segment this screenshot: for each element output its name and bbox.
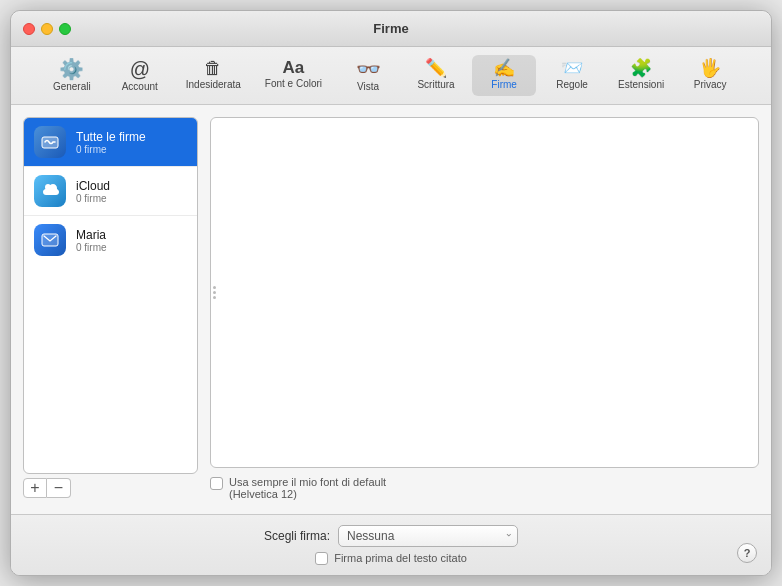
tab-privacy-label: Privacy xyxy=(694,79,727,90)
left-panel: Tutte le firme 0 firme iCloud 0 firme xyxy=(23,117,198,502)
resize-dot-3 xyxy=(213,296,216,299)
tab-font-colori-label: Font e Colori xyxy=(265,78,322,89)
use-default-font-row: Usa sempre il mio font di default (Helve… xyxy=(210,468,759,502)
tab-vista-label: Vista xyxy=(357,81,379,92)
tab-scrittura[interactable]: ✏️ Scrittura xyxy=(404,55,468,96)
at-icon: @ xyxy=(130,59,150,79)
use-default-font-label: Usa sempre il mio font di default xyxy=(229,476,386,488)
use-default-font-text: Usa sempre il mio font di default (Helve… xyxy=(229,476,386,500)
scegli-firma-select[interactable]: Nessuna xyxy=(338,525,518,547)
main-window: Firme ⚙️ Generali @ Account 🗑 Indesidera… xyxy=(10,10,772,576)
use-default-font-checkbox[interactable] xyxy=(210,477,223,490)
all-signatures-name: Tutte le firme xyxy=(76,130,146,144)
all-signatures-text: Tutte le firme 0 firme xyxy=(76,130,146,155)
account-item-all[interactable]: Tutte le firme 0 firme xyxy=(24,118,197,167)
title-bar: Firme xyxy=(11,11,771,47)
edit-icon: ✏️ xyxy=(425,59,447,77)
tab-regole[interactable]: 📨 Regole xyxy=(540,55,604,96)
signature-icon: ✍️ xyxy=(493,59,515,77)
all-signatures-count: 0 firme xyxy=(76,144,146,155)
all-signatures-icon xyxy=(34,126,66,158)
tab-scrittura-label: Scrittura xyxy=(417,79,454,90)
maria-icon xyxy=(34,224,66,256)
maria-text: Maria 0 firme xyxy=(76,228,107,253)
extensions-icon: 🧩 xyxy=(630,59,652,77)
resize-dot-2 xyxy=(213,291,216,294)
tab-indesiderata-label: Indesiderata xyxy=(186,79,241,90)
tab-estensioni[interactable]: 🧩 Estensioni xyxy=(608,55,674,96)
tab-regole-label: Regole xyxy=(556,79,588,90)
tab-account-label: Account xyxy=(122,81,158,92)
tab-firme-label: Firme xyxy=(491,79,517,90)
bottom-bar: Scegli firma: Nessuna Firma prima del te… xyxy=(11,514,771,575)
glasses-icon: 👓 xyxy=(356,59,381,79)
use-default-font-sub: (Helvetica 12) xyxy=(229,488,386,500)
font-icon: Aa xyxy=(283,59,305,76)
scegli-row: Scegli firma: Nessuna xyxy=(264,525,518,547)
list-controls: + − xyxy=(23,474,198,502)
tab-firme[interactable]: ✍️ Firme xyxy=(472,55,536,96)
right-panel: Usa sempre il mio font di default (Helve… xyxy=(198,117,759,502)
scegli-firma-label: Scegli firma: xyxy=(264,529,330,543)
traffic-lights xyxy=(23,23,71,35)
tab-generali[interactable]: ⚙️ Generali xyxy=(40,55,104,96)
rules-icon: 📨 xyxy=(561,59,583,77)
trash-icon: 🗑 xyxy=(204,59,222,77)
firma-prima-checkbox[interactable] xyxy=(315,552,328,565)
tab-indesiderata[interactable]: 🗑 Indesiderata xyxy=(176,55,251,96)
tab-generali-label: Generali xyxy=(53,81,91,92)
add-signature-button[interactable]: + xyxy=(23,478,47,498)
icloud-icon xyxy=(34,175,66,207)
firma-prima-label: Firma prima del testo citato xyxy=(334,552,467,564)
privacy-icon: 🖐 xyxy=(699,59,721,77)
content-area: Tutte le firme 0 firme iCloud 0 firme xyxy=(11,105,771,514)
accounts-list: Tutte le firme 0 firme iCloud 0 firme xyxy=(23,117,198,474)
icloud-name: iCloud xyxy=(76,179,110,193)
maximize-button[interactable] xyxy=(59,23,71,35)
tab-font-colori[interactable]: Aa Font e Colori xyxy=(255,55,332,96)
account-item-maria[interactable]: Maria 0 firme xyxy=(24,216,197,264)
scegli-select-wrap: Nessuna xyxy=(338,525,518,547)
window-title: Firme xyxy=(373,21,408,36)
maria-name: Maria xyxy=(76,228,107,242)
icloud-text: iCloud 0 firme xyxy=(76,179,110,204)
gear-icon: ⚙️ xyxy=(59,59,84,79)
close-button[interactable] xyxy=(23,23,35,35)
help-button[interactable]: ? xyxy=(737,543,757,563)
bottom-bar-wrap: Scegli firma: Nessuna Firma prima del te… xyxy=(11,514,771,575)
tab-vista[interactable]: 👓 Vista xyxy=(336,55,400,96)
firma-prima-row: Firma prima del testo citato xyxy=(315,551,467,565)
minimize-button[interactable] xyxy=(41,23,53,35)
toolbar: ⚙️ Generali @ Account 🗑 Indesiderata Aa … xyxy=(11,47,771,105)
tab-estensioni-label: Estensioni xyxy=(618,79,664,90)
resize-handle[interactable] xyxy=(211,283,217,303)
signature-preview xyxy=(210,117,759,468)
maria-count: 0 firme xyxy=(76,242,107,253)
icloud-count: 0 firme xyxy=(76,193,110,204)
tab-account[interactable]: @ Account xyxy=(108,55,172,96)
account-item-icloud[interactable]: iCloud 0 firme xyxy=(24,167,197,216)
tab-privacy[interactable]: 🖐 Privacy xyxy=(678,55,742,96)
remove-signature-button[interactable]: − xyxy=(47,478,71,498)
resize-dot-1 xyxy=(213,286,216,289)
